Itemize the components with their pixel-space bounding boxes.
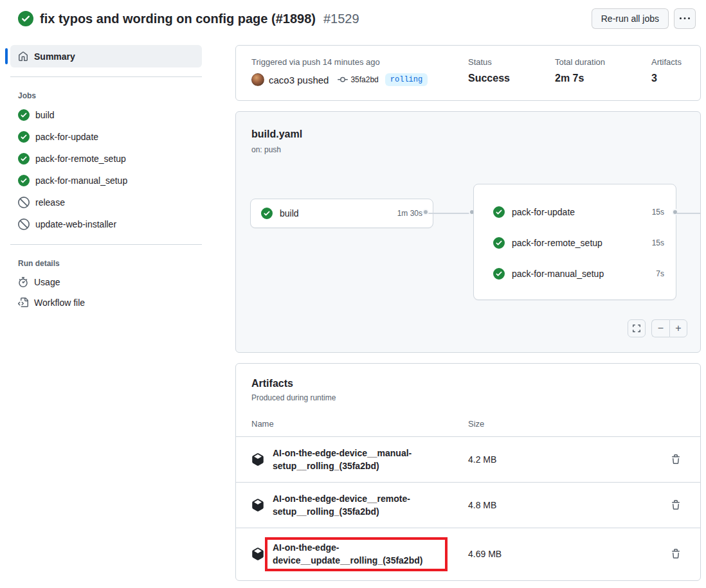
delete-artifact-button[interactable] — [668, 452, 683, 467]
check-circle-icon — [18, 153, 30, 165]
sidebar-job-pack-for-update[interactable]: pack-for-update — [0, 126, 219, 148]
usage-label: Usage — [34, 277, 60, 287]
delete-artifact-button[interactable] — [668, 497, 683, 513]
run-status-check-icon — [18, 11, 33, 26]
artifacts-card: Artifacts Produced during runtime Name S… — [235, 363, 701, 581]
graph-connector — [427, 213, 473, 214]
check-circle-icon — [18, 175, 30, 186]
artifacts-subtitle: Produced during runtime — [251, 393, 685, 402]
job-label: release — [35, 197, 65, 208]
artifact-size: 4.69 MB — [468, 549, 668, 559]
delete-artifact-button[interactable] — [668, 546, 683, 562]
artifact-name-link[interactable]: AI-on-the-edge-device__remote-setup__rol… — [273, 492, 448, 519]
check-circle-icon — [493, 268, 505, 280]
avatar[interactable] — [251, 73, 264, 86]
check-circle-icon — [18, 131, 30, 143]
artifact-row-highlighted: AI-on-the-edge-device__update__rolling_(… — [236, 528, 700, 580]
package-icon — [251, 548, 264, 560]
trash-icon — [671, 549, 681, 559]
stopwatch-icon — [18, 277, 28, 287]
artifact-name-link[interactable]: AI-on-the-edge-device__manual-setup__rol… — [273, 447, 448, 473]
skipped-icon — [18, 218, 30, 230]
graph-job-duration: 7s — [656, 269, 664, 278]
more-options-button[interactable] — [674, 8, 696, 29]
graph-node-pack-for-update[interactable]: pack-for-update 15s — [474, 197, 676, 227]
graph-connector-dot — [422, 209, 429, 215]
job-label: pack-for-manual_setup — [35, 175, 127, 186]
column-header-size: Size — [468, 419, 685, 429]
graph-job-name: pack-for-manual_setup — [512, 269, 604, 279]
status-label: Status — [468, 57, 555, 67]
graph-connector-dot — [672, 209, 678, 215]
artifacts-table-header: Name Size — [236, 411, 700, 437]
sidebar-item-workflow-file[interactable]: Workflow file — [0, 292, 219, 313]
zoom-in-button[interactable]: + — [669, 319, 687, 337]
check-circle-icon — [493, 206, 505, 218]
job-label: pack-for-remote_setup — [35, 154, 126, 164]
graph-node-pack-for-remote-setup[interactable]: pack-for-remote_setup 15s — [474, 227, 676, 258]
sidebar-job-release[interactable]: release — [0, 192, 219, 213]
sidebar: Summary Jobs build pack-for-update pack-… — [0, 37, 219, 313]
sidebar-job-build[interactable]: build — [0, 104, 219, 126]
page-title: fix typos and wording on config page (#1… — [40, 12, 316, 26]
sidebar-job-pack-for-remote-setup[interactable]: pack-for-remote_setup — [0, 148, 219, 170]
git-commit-icon — [338, 75, 348, 85]
active-accent-bar — [5, 48, 8, 64]
check-circle-icon — [18, 109, 30, 121]
file-code-icon — [18, 298, 28, 308]
run-header: fix typos and wording on config page (#1… — [0, 0, 706, 37]
artifact-name-link-highlighted[interactable]: AI-on-the-edge-device__update__rolling_(… — [265, 537, 448, 571]
artifact-row: AI-on-the-edge-device__remote-setup__rol… — [236, 483, 700, 528]
workflow-file-label: Workflow file — [34, 298, 85, 308]
sidebar-job-pack-for-manual-setup[interactable]: pack-for-manual_setup — [0, 170, 219, 192]
package-icon — [251, 453, 264, 466]
trash-icon — [671, 454, 681, 465]
duration-label: Total duration — [555, 57, 651, 67]
artifacts-count-label: Artifacts — [651, 57, 685, 67]
zoom-out-button[interactable]: − — [651, 319, 669, 337]
workflow-file-name: build.yaml — [251, 129, 302, 140]
home-icon — [18, 51, 28, 62]
commit-sha-link[interactable]: 35fa2bd — [350, 75, 378, 84]
graph-node-pack-for-manual-setup[interactable]: pack-for-manual_setup 7s — [474, 258, 676, 289]
artifact-row: AI-on-the-edge-device__manual-setup__rol… — [236, 437, 700, 483]
run-details-section-header: Run details — [0, 245, 219, 272]
graph-job-duration: 15s — [652, 238, 664, 247]
duration-value: 2m 7s — [555, 73, 651, 84]
sidebar-job-update-web-installer[interactable]: update-web-installer — [0, 213, 219, 235]
package-icon — [251, 499, 264, 512]
column-header-name: Name — [251, 419, 468, 429]
rerun-all-jobs-button[interactable]: Re-run all jobs — [592, 8, 669, 29]
artifact-size: 4.8 MB — [468, 500, 668, 510]
workflow-graph-card: build.yaml on: push build 1m 30s pack-fo… — [235, 111, 701, 353]
artifacts-count-value: 3 — [651, 73, 685, 84]
kebab-icon — [680, 13, 690, 24]
workflow-trigger: on: push — [251, 145, 281, 154]
run-number: #1529 — [323, 12, 359, 26]
branch-badge[interactable]: rolling — [385, 73, 428, 86]
graph-job-duration: 15s — [652, 208, 664, 217]
fullscreen-button[interactable] — [628, 319, 646, 337]
graph-job-duration: 1m 30s — [397, 209, 422, 218]
graph-node-build[interactable]: build 1m 30s — [250, 199, 433, 228]
check-circle-icon — [493, 237, 505, 249]
actor-pushed-text[interactable]: caco3 pushed — [269, 75, 329, 85]
job-label: pack-for-update — [35, 132, 98, 142]
status-value: Success — [468, 73, 555, 84]
sidebar-item-usage[interactable]: Usage — [0, 272, 219, 292]
graph-job-name: build — [280, 208, 299, 218]
graph-job-group: pack-for-update 15s pack-for-remote_setu… — [473, 184, 676, 300]
skipped-icon — [18, 197, 30, 208]
sidebar-item-summary[interactable]: Summary — [10, 45, 202, 67]
graph-connector — [676, 213, 701, 214]
run-summary-card: Triggered via push 14 minutes ago caco3 … — [235, 45, 701, 101]
job-label: build — [35, 110, 55, 120]
trash-icon — [671, 500, 681, 510]
graph-job-name: pack-for-remote_setup — [512, 238, 602, 248]
trigger-info: Triggered via push 14 minutes ago — [251, 57, 468, 67]
check-circle-icon — [261, 208, 273, 219]
sidebar-summary-label: Summary — [34, 51, 75, 62]
job-label: update-web-installer — [35, 219, 116, 229]
graph-job-name: pack-for-update — [512, 207, 575, 217]
fullscreen-icon — [631, 323, 642, 334]
